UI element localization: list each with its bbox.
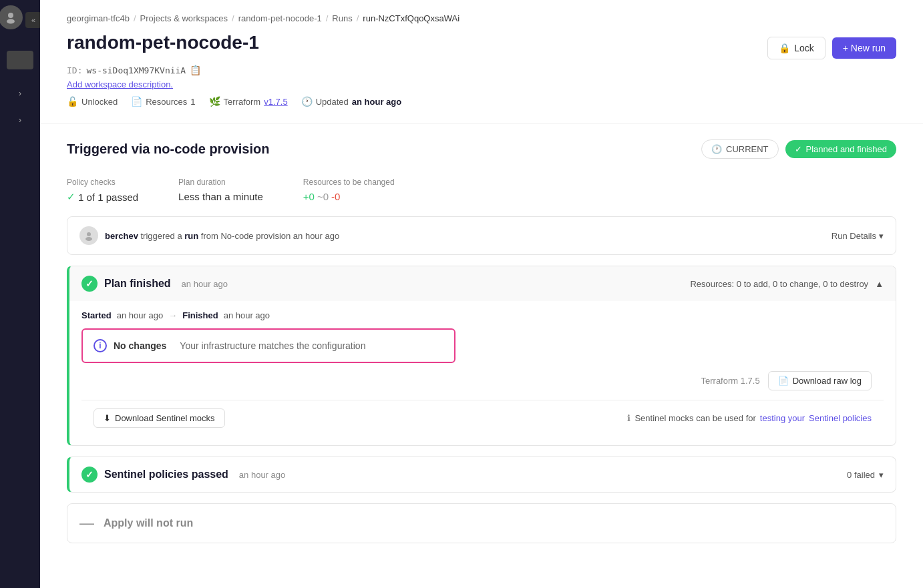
- resources-icon: 📄: [131, 96, 142, 107]
- updated-badge: 🕐 Updated an hour ago: [301, 96, 402, 107]
- plan-timeline: Started an hour ago → Finished an hour a…: [81, 310, 884, 320]
- download-sentinel-button[interactable]: ⬇ Download Sentinel mocks: [94, 408, 225, 428]
- run-details-link[interactable]: Run Details ▾: [832, 231, 884, 241]
- lock-button[interactable]: 🔒 Lock: [767, 37, 825, 59]
- plan-card-title: ✓ Plan finished an hour ago: [81, 276, 228, 292]
- svg-point-3: [85, 237, 92, 241]
- workspace-badges: 🔓 Unlocked 📄 Resources 1 🌿 Terraform v1.…: [67, 96, 896, 107]
- info-icon-small: ℹ: [627, 413, 630, 423]
- plan-card-right: Resources: 0 to add, 0 to change, 0 to d…: [690, 279, 884, 289]
- user-avatar[interactable]: [0, 5, 23, 29]
- no-changes-box: i No changes Your infrastructure matches…: [81, 328, 455, 363]
- download-log-button[interactable]: 📄 Download raw log: [768, 371, 872, 390]
- current-badge: 🕐 CURRENT: [701, 139, 779, 159]
- chevron-up-icon[interactable]: ▲: [875, 279, 884, 289]
- failed-badge: 0 failed ▾: [847, 470, 884, 480]
- copy-id-icon[interactable]: 📋: [190, 65, 201, 75]
- sentinel-card-title: ✓ Sentinel policies passed an hour ago: [81, 467, 285, 483]
- check-planned-icon: ✓: [795, 144, 802, 154]
- duration-stat: Plan duration Less than a minute: [178, 178, 263, 203]
- breadcrumb-sep-4: /: [357, 13, 359, 23]
- planned-badge: ✓ Planned and finished: [785, 140, 896, 158]
- workspace-id: ID: ws-siDoq1XM97KVniiA 📋: [67, 65, 896, 75]
- run-trigger-left: berchev triggered a run from No-code pro…: [79, 226, 339, 245]
- svg-point-0: [8, 13, 13, 18]
- plan-card-body: Started an hour ago → Finished an hour a…: [69, 301, 896, 445]
- page-title: random-pet-nocode-1: [67, 31, 259, 54]
- run-section: Triggered via no-code provision 🕐 CURREN…: [40, 123, 923, 543]
- page-header: random-pet-nocode-1 🔒 Lock + New run: [40, 23, 923, 59]
- page-header-actions: 🔒 Lock + New run: [767, 37, 896, 59]
- breadcrumb-org[interactable]: georgiman-tfc4b: [67, 13, 130, 23]
- breadcrumb-sep-1: /: [134, 13, 136, 23]
- apply-card: — Apply will not run: [67, 503, 896, 543]
- unlock-badge: 🔓 Unlocked: [67, 96, 118, 107]
- main-content: georgiman-tfc4b / Projects & workspaces …: [40, 0, 923, 588]
- id-value: ws-siDoq1XM97KVniiA: [86, 65, 186, 75]
- sidebar: « › ›: [0, 0, 40, 588]
- sidebar-nav-item-1[interactable]: ›: [7, 83, 33, 104]
- breadcrumb-runs[interactable]: Runs: [332, 13, 352, 23]
- sidebar-nav: › ›: [0, 83, 40, 131]
- apply-dash-icon: —: [79, 515, 94, 532]
- sentinel-link-2[interactable]: Sentinel policies: [809, 413, 872, 423]
- breadcrumb-sep-2: /: [232, 13, 234, 23]
- sidebar-logo-block: [7, 51, 33, 69]
- trigger-avatar: [79, 226, 98, 245]
- apply-card-header: — Apply will not run: [67, 504, 896, 543]
- id-label: ID:: [67, 65, 82, 75]
- sidebar-nav-item-2[interactable]: ›: [7, 109, 33, 131]
- plan-check-icon: ✓: [81, 276, 98, 292]
- run-status-badges: 🕐 CURRENT ✓ Planned and finished: [701, 139, 896, 159]
- breadcrumb-workspace[interactable]: random-pet-nocode-1: [238, 13, 322, 23]
- check-icon-stat: ✓: [67, 191, 75, 203]
- download-icon: 📄: [778, 376, 789, 386]
- chevron-down-icon: ▾: [879, 231, 884, 241]
- resources-stat: Resources to be changed +0 ~0 -0: [303, 178, 395, 203]
- breadcrumb: georgiman-tfc4b / Projects & workspaces …: [40, 0, 923, 23]
- download-sentinel-icon: ⬇: [104, 413, 111, 423]
- plan-card-header: ✓ Plan finished an hour ago Resources: 0…: [69, 266, 896, 301]
- sentinel-row: ⬇ Download Sentinel mocks ℹ Sentinel moc…: [81, 400, 884, 436]
- add-description-link[interactable]: Add workspace description.: [67, 79, 896, 89]
- sentinel-policies-card: ✓ Sentinel policies passed an hour ago 0…: [67, 457, 896, 493]
- new-run-button[interactable]: + New run: [832, 37, 896, 59]
- sentinel-info: ℹ Sentinel mocks can be used for testing…: [627, 413, 872, 423]
- download-row: Terraform 1.7.5 📄 Download raw log: [81, 363, 884, 400]
- stats-row: Policy checks ✓ 1 of 1 passed Plan durat…: [67, 178, 896, 203]
- plan-finished-card: ✓ Plan finished an hour ago Resources: 0…: [67, 266, 896, 446]
- sentinel-check-icon: ✓: [81, 467, 98, 483]
- run-title: Triggered via no-code provision: [67, 141, 269, 157]
- sentinel-link-1[interactable]: testing your: [760, 413, 805, 423]
- breadcrumb-projects[interactable]: Projects & workspaces: [140, 13, 228, 23]
- run-trigger-row: berchev triggered a run from No-code pro…: [67, 217, 896, 254]
- lock-icon: 🔒: [779, 43, 790, 53]
- run-trigger-card: berchev triggered a run from No-code pro…: [67, 216, 896, 255]
- clock-icon-small: 🕐: [711, 144, 722, 154]
- breadcrumb-current-run: run-NzCTxfQqoQxsaWAi: [363, 13, 459, 23]
- run-header: Triggered via no-code provision 🕐 CURREN…: [67, 139, 896, 159]
- resources-badge: 📄 Resources 1: [131, 96, 195, 107]
- sidebar-toggle-button[interactable]: «: [25, 12, 41, 28]
- svg-point-2: [87, 232, 91, 236]
- terraform-icon: 🌿: [209, 96, 220, 107]
- terraform-version-link[interactable]: v1.7.5: [264, 97, 287, 107]
- svg-point-1: [7, 19, 15, 24]
- policy-checks-stat: Policy checks ✓ 1 of 1 passed: [67, 178, 138, 203]
- trigger-text: berchev triggered a run from No-code pro…: [105, 231, 339, 241]
- terraform-badge: 🌿 Terraform v1.7.5: [209, 96, 288, 107]
- chevron-down-icon-sentinel[interactable]: ▾: [879, 470, 884, 480]
- breadcrumb-sep-3: /: [326, 13, 329, 23]
- unlock-icon: 🔓: [67, 96, 78, 107]
- sentinel-card-header: ✓ Sentinel policies passed an hour ago 0…: [69, 457, 896, 492]
- clock-icon: 🕐: [301, 96, 313, 107]
- workspace-meta: ID: ws-siDoq1XM97KVniiA 📋 Add workspace …: [40, 59, 923, 107]
- info-icon: i: [94, 339, 107, 352]
- arrow-icon: →: [168, 310, 177, 320]
